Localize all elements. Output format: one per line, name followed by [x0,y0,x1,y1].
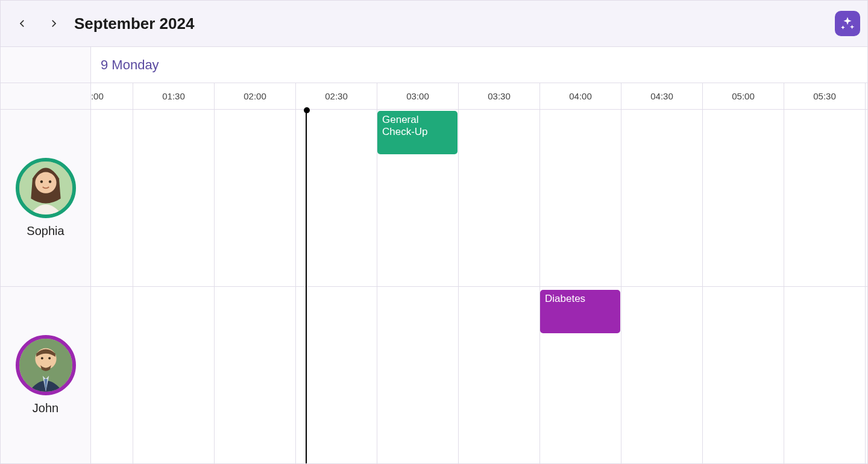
time-header-spacer [1,83,91,109]
time-slot-header: 01:30 [133,83,215,109]
svg-point-3 [40,180,42,183]
timeline-area[interactable]: General Check-UpDiabetes [91,110,867,463]
time-ruler: 01:0001:3002:0002:3003:0003:3004:0004:30… [91,83,867,109]
ai-assistant-button[interactable] [835,11,860,36]
time-slot-header: 04:00 [540,83,621,109]
time-slot-header: 05:00 [703,83,784,109]
next-button[interactable] [43,13,64,34]
current-time-indicator [306,110,307,463]
resource-header-spacer [1,47,91,83]
time-slot-header: 02:00 [215,83,296,109]
svg-point-8 [48,357,51,360]
month-title: September 2024 [74,14,194,33]
chevron-left-icon [17,18,28,29]
calendar-event[interactable]: Diabetes [540,290,620,333]
date-header: 9 Monday [91,47,867,83]
time-slot-header: 02:30 [296,83,377,109]
time-slot-header: 04:30 [621,83,703,109]
chevron-right-icon [48,18,59,29]
sparkle-icon [840,16,855,31]
svg-point-4 [48,180,51,183]
time-slot-header: 03:30 [459,83,540,109]
prev-button[interactable] [11,13,33,34]
time-slot-header: 01:00 [91,83,133,109]
time-slot-header: 05:30 [784,83,866,109]
svg-point-7 [40,357,43,360]
time-slot-header: 03:00 [377,83,459,109]
calendar-event[interactable]: General Check-Up [377,111,458,154]
